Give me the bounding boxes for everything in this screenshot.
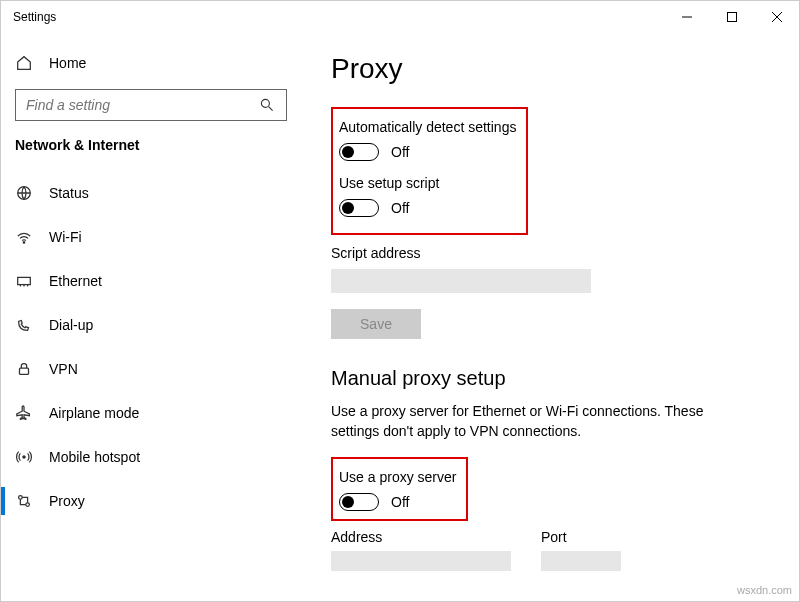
port-input[interactable]: [541, 551, 621, 571]
minimize-button[interactable]: [664, 1, 709, 33]
manual-description: Use a proxy server for Ethernet or Wi-Fi…: [331, 402, 751, 441]
close-icon: [772, 12, 782, 22]
sidebar-item-vpn[interactable]: VPN: [1, 347, 301, 391]
dialup-icon: [15, 316, 33, 334]
sidebar-item-ethernet[interactable]: Ethernet: [1, 259, 301, 303]
sidebar-item-airplane[interactable]: Airplane mode: [1, 391, 301, 435]
search-input[interactable]: [15, 89, 287, 121]
toggle-knob: [342, 202, 354, 214]
minimize-icon: [682, 12, 692, 22]
sidebar-item-label: Dial-up: [49, 317, 93, 333]
page-title: Proxy: [331, 53, 769, 85]
window-body: Home Network & Internet Status Wi-Fi Eth…: [1, 33, 799, 601]
use-script-toggle[interactable]: [339, 199, 379, 217]
sidebar-item-wifi[interactable]: Wi-Fi: [1, 215, 301, 259]
sidebar-item-hotspot[interactable]: Mobile hotspot: [1, 435, 301, 479]
sidebar-item-label: Ethernet: [49, 273, 102, 289]
search-field[interactable]: [26, 97, 258, 113]
home-icon: [15, 54, 33, 72]
settings-window: Settings Home: [0, 0, 800, 602]
toggle-knob: [342, 146, 354, 158]
address-input[interactable]: [331, 551, 511, 571]
svg-point-15: [26, 503, 30, 507]
maximize-button[interactable]: [709, 1, 754, 33]
home-label: Home: [49, 55, 86, 71]
use-script-state: Off: [391, 200, 409, 216]
port-column: Port: [541, 529, 621, 571]
highlight-proxy-section: Use a proxy server Off: [331, 457, 468, 521]
airplane-icon: [15, 404, 33, 422]
maximize-icon: [727, 12, 737, 22]
window-title: Settings: [13, 10, 664, 24]
use-script-toggle-row: Off: [339, 199, 516, 217]
svg-point-4: [261, 99, 269, 107]
home-button[interactable]: Home: [1, 45, 301, 81]
sidebar-item-dialup[interactable]: Dial-up: [1, 303, 301, 347]
content-pane: Proxy Automatically detect settings Off …: [301, 33, 799, 601]
svg-line-5: [269, 107, 273, 111]
category-heading: Network & Internet: [1, 137, 301, 153]
highlight-auto-section: Automatically detect settings Off Use se…: [331, 107, 528, 235]
sidebar: Home Network & Internet Status Wi-Fi Eth…: [1, 33, 301, 601]
sidebar-item-status[interactable]: Status: [1, 171, 301, 215]
script-address-label: Script address: [331, 245, 769, 261]
sidebar-item-label: Mobile hotspot: [49, 449, 140, 465]
auto-detect-toggle[interactable]: [339, 143, 379, 161]
proxy-icon: [15, 492, 33, 510]
sidebar-item-label: Proxy: [49, 493, 85, 509]
svg-point-13: [22, 455, 26, 459]
window-controls: [664, 1, 799, 33]
ethernet-icon: [15, 272, 33, 290]
address-port-row: Address Port: [331, 529, 769, 571]
save-button[interactable]: Save: [331, 309, 421, 339]
auto-detect-toggle-row: Off: [339, 143, 516, 161]
vpn-icon: [15, 360, 33, 378]
manual-heading: Manual proxy setup: [331, 367, 769, 390]
close-button[interactable]: [754, 1, 799, 33]
wifi-icon: [15, 228, 33, 246]
titlebar: Settings: [1, 1, 799, 33]
sidebar-item-label: Status: [49, 185, 89, 201]
hotspot-icon: [15, 448, 33, 466]
use-script-label: Use setup script: [339, 175, 516, 191]
sidebar-item-label: Airplane mode: [49, 405, 139, 421]
auto-detect-state: Off: [391, 144, 409, 160]
auto-detect-label: Automatically detect settings: [339, 119, 516, 135]
toggle-knob: [342, 496, 354, 508]
address-column: Address: [331, 529, 511, 571]
sidebar-item-label: VPN: [49, 361, 78, 377]
sidebar-item-label: Wi-Fi: [49, 229, 82, 245]
svg-rect-8: [18, 277, 31, 284]
use-proxy-label: Use a proxy server: [339, 469, 456, 485]
svg-rect-1: [727, 13, 736, 22]
use-proxy-toggle[interactable]: [339, 493, 379, 511]
svg-point-14: [19, 496, 23, 500]
watermark: wsxdn.com: [737, 584, 792, 596]
address-label: Address: [331, 529, 511, 545]
port-label: Port: [541, 529, 621, 545]
sidebar-item-proxy[interactable]: Proxy: [1, 479, 301, 523]
svg-point-7: [23, 242, 24, 243]
svg-rect-12: [20, 368, 29, 374]
search-icon: [258, 96, 276, 114]
use-proxy-state: Off: [391, 494, 409, 510]
script-address-input[interactable]: [331, 269, 591, 293]
use-proxy-toggle-row: Off: [339, 493, 456, 511]
globe-icon: [15, 184, 33, 202]
